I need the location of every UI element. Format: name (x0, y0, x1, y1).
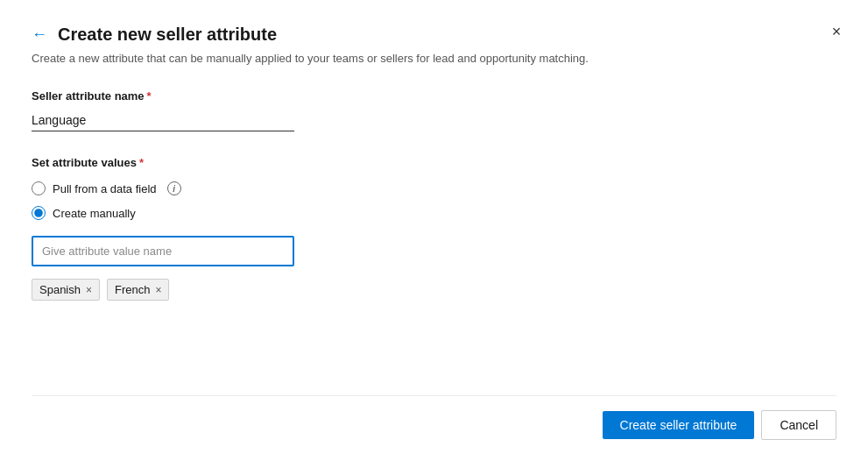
dialog-footer: Create seller attribute Cancel (32, 395, 836, 440)
tags-container: Spanish × French × (32, 279, 836, 301)
dialog-subtitle: Create a new attribute that can be manua… (32, 52, 836, 65)
seller-attribute-name-field: Seller attribute name* (32, 89, 836, 131)
radio-create-manually[interactable] (32, 206, 46, 220)
tag-french: French × (107, 279, 169, 301)
set-attribute-values-label: Set attribute values* (32, 156, 836, 169)
radio-label-pull-from-data-field: Pull from a data field (53, 182, 157, 195)
radio-option-pull-from-data-field[interactable]: Pull from a data field i (32, 181, 836, 195)
tag-remove-icon-french: × (155, 285, 161, 295)
required-indicator-2: * (139, 156, 144, 169)
info-icon[interactable]: i (167, 181, 181, 195)
close-button[interactable]: × (822, 18, 850, 46)
back-button[interactable]: ← (32, 25, 47, 44)
dialog-header: ← Create new seller attribute (32, 25, 836, 45)
attribute-value-name-input[interactable] (32, 236, 294, 266)
tag-spanish: Spanish × (32, 279, 100, 301)
attribute-values-radio-group: Pull from a data field i Create manually (32, 181, 836, 220)
tag-label-spanish: Spanish (39, 283, 81, 296)
create-seller-attribute-button[interactable]: Create seller attribute (603, 411, 755, 439)
tag-remove-spanish[interactable]: × (86, 285, 92, 295)
seller-attribute-name-label: Seller attribute name* (32, 89, 836, 103)
tag-remove-french[interactable]: × (155, 285, 161, 295)
radio-option-create-manually[interactable]: Create manually (32, 206, 836, 220)
required-indicator: * (147, 89, 152, 103)
close-icon: × (832, 23, 842, 41)
radio-pull-from-data-field[interactable] (32, 181, 46, 195)
seller-attribute-name-input[interactable] (32, 110, 294, 131)
dialog-title: Create new seller attribute (58, 25, 836, 45)
tag-remove-icon-spanish: × (86, 285, 92, 295)
radio-label-create-manually: Create manually (53, 207, 136, 220)
back-arrow-icon: ← (32, 25, 47, 44)
cancel-button[interactable]: Cancel (761, 410, 836, 440)
create-seller-attribute-dialog: × ← Create new seller attribute Create a… (0, 0, 868, 461)
tag-label-french: French (115, 283, 150, 296)
